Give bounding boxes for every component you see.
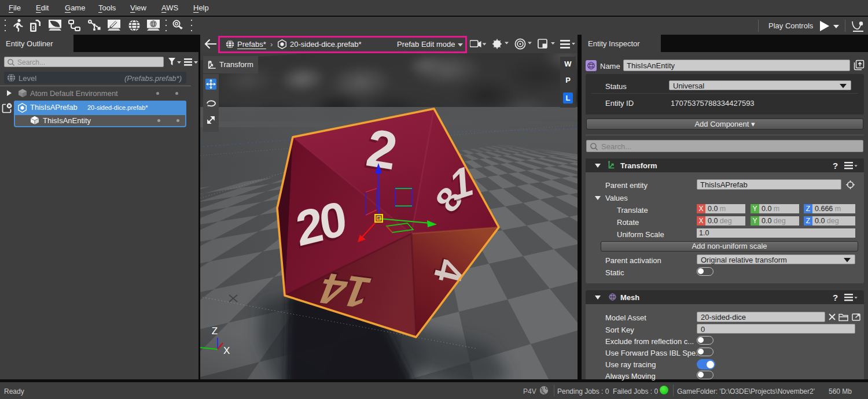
svg-text:Z: Z — [212, 326, 218, 337]
svg-text:X: X — [223, 345, 230, 356]
svg-text:1: 1 — [449, 156, 475, 210]
svg-text:20: 20 — [293, 191, 348, 257]
